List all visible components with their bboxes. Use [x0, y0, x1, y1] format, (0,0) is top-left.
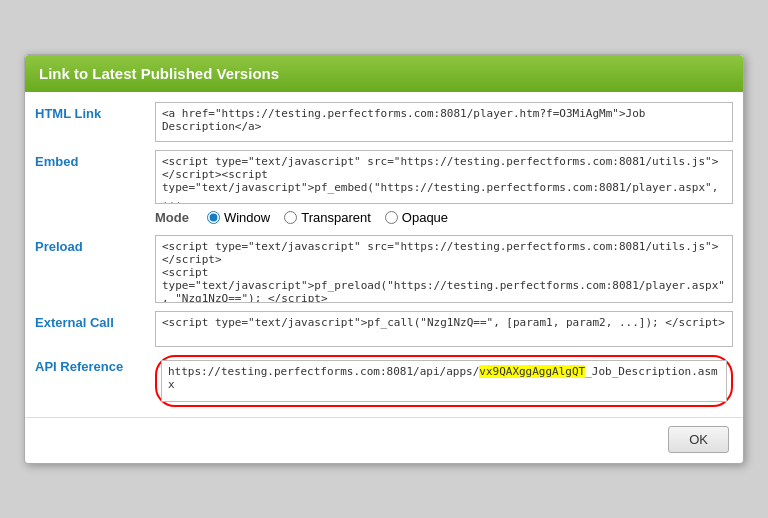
preload-label: Preload [35, 235, 145, 254]
external-call-label: External Call [35, 311, 145, 330]
mode-window-option[interactable]: Window [207, 210, 270, 225]
external-call-content: <script type="text/javascript">pf_call("… [155, 311, 733, 347]
mode-opaque-radio[interactable] [385, 211, 398, 224]
embed-input[interactable]: <script type="text/javascript" src="http… [155, 150, 733, 204]
mode-radio-group: Window Transparent Opaque [207, 210, 448, 225]
dialog-container: Link to Latest Published Versions HTML L… [24, 54, 744, 464]
mode-label: Mode [155, 210, 189, 225]
mode-transparent-label: Transparent [301, 210, 371, 225]
embed-content: <script type="text/javascript" src="http… [155, 150, 733, 227]
html-link-content [155, 102, 733, 142]
mode-window-label: Window [224, 210, 270, 225]
embed-row: Embed <script type="text/javascript" src… [35, 150, 733, 227]
dialog-title: Link to Latest Published Versions [39, 65, 279, 82]
mode-row: Mode Window Transparent [155, 208, 733, 227]
api-reference-row: API Reference https://testing.perfectfor… [35, 355, 733, 407]
api-reference-content: https://testing.perfectforms.com:8081/ap… [155, 355, 733, 407]
html-link-label: HTML Link [35, 102, 145, 121]
dialog-body: HTML Link Embed <script type="text/javas… [25, 92, 743, 417]
embed-label: Embed [35, 150, 145, 169]
external-call-input[interactable]: <script type="text/javascript">pf_call("… [155, 311, 733, 347]
preload-input[interactable]: <script type="text/javascript" src="http… [155, 235, 733, 303]
preload-row: Preload <script type="text/javascript" s… [35, 235, 733, 303]
api-highlight: vx9QAXggAggAlgQT [479, 365, 585, 378]
mode-window-radio[interactable] [207, 211, 220, 224]
external-call-row: External Call <script type="text/javascr… [35, 311, 733, 347]
api-reference-display: https://testing.perfectforms.com:8081/ap… [161, 360, 727, 402]
api-reference-highlight-wrapper: https://testing.perfectforms.com:8081/ap… [155, 355, 733, 407]
ok-button[interactable]: OK [668, 426, 729, 453]
dialog: Link to Latest Published Versions HTML L… [24, 54, 744, 464]
mode-opaque-label: Opaque [402, 210, 448, 225]
mode-opaque-option[interactable]: Opaque [385, 210, 448, 225]
api-reference-label: API Reference [35, 355, 145, 374]
mode-transparent-option[interactable]: Transparent [284, 210, 371, 225]
html-link-row: HTML Link [35, 102, 733, 142]
dialog-header: Link to Latest Published Versions [25, 55, 743, 92]
mode-transparent-radio[interactable] [284, 211, 297, 224]
html-link-input[interactable] [155, 102, 733, 142]
dialog-footer: OK [25, 417, 743, 463]
preload-content: <script type="text/javascript" src="http… [155, 235, 733, 303]
